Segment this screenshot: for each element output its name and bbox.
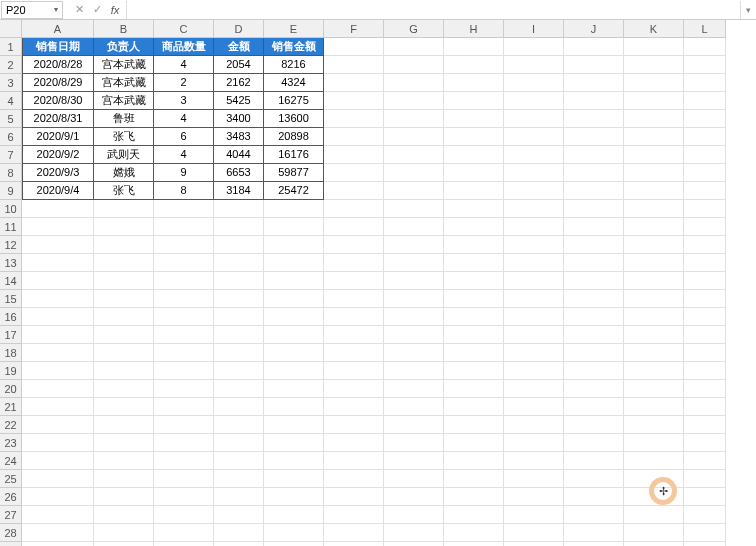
- cell[interactable]: [324, 74, 384, 92]
- cell[interactable]: [504, 128, 564, 146]
- cell[interactable]: 4044: [214, 146, 264, 164]
- cell[interactable]: [264, 524, 324, 542]
- cell[interactable]: 4324: [264, 74, 324, 92]
- cell[interactable]: [94, 308, 154, 326]
- cell[interactable]: [384, 146, 444, 164]
- cell[interactable]: [564, 74, 624, 92]
- cell-grid[interactable]: 销售日期负责人商品数量金额销售金额2020/8/28宫本武藏4205482162…: [22, 38, 726, 546]
- cell[interactable]: 张飞: [94, 182, 154, 200]
- row-header-4[interactable]: 4: [0, 92, 22, 110]
- cell[interactable]: [214, 326, 264, 344]
- cell[interactable]: [22, 254, 94, 272]
- cell[interactable]: [684, 272, 726, 290]
- cell[interactable]: [504, 254, 564, 272]
- row-header-10[interactable]: 10: [0, 200, 22, 218]
- cell[interactable]: [154, 218, 214, 236]
- check-icon[interactable]: ✓: [90, 3, 104, 16]
- cell[interactable]: 2020/8/28: [22, 56, 94, 74]
- row-header-9[interactable]: 9: [0, 182, 22, 200]
- cell[interactable]: [504, 92, 564, 110]
- cell[interactable]: [624, 182, 684, 200]
- cell[interactable]: [384, 470, 444, 488]
- cell[interactable]: [564, 146, 624, 164]
- cell[interactable]: [264, 200, 324, 218]
- cell[interactable]: [214, 416, 264, 434]
- cell[interactable]: 金额: [214, 38, 264, 56]
- cell[interactable]: [22, 542, 94, 546]
- cell[interactable]: [22, 524, 94, 542]
- cell[interactable]: [94, 272, 154, 290]
- cell[interactable]: 25472: [264, 182, 324, 200]
- cell[interactable]: [22, 308, 94, 326]
- cell[interactable]: [684, 38, 726, 56]
- cell[interactable]: [444, 524, 504, 542]
- cell[interactable]: [324, 164, 384, 182]
- cell[interactable]: 2020/8/31: [22, 110, 94, 128]
- cell[interactable]: [22, 488, 94, 506]
- cell[interactable]: [214, 236, 264, 254]
- cell[interactable]: [504, 398, 564, 416]
- cell[interactable]: [264, 236, 324, 254]
- row-header-22[interactable]: 22: [0, 416, 22, 434]
- cell[interactable]: [444, 272, 504, 290]
- cell[interactable]: [154, 524, 214, 542]
- cell[interactable]: [324, 38, 384, 56]
- row-header-12[interactable]: 12: [0, 236, 22, 254]
- cell[interactable]: [504, 182, 564, 200]
- cell[interactable]: [504, 434, 564, 452]
- cell[interactable]: [384, 200, 444, 218]
- cell[interactable]: 6: [154, 128, 214, 146]
- cell[interactable]: [564, 200, 624, 218]
- cell[interactable]: [504, 56, 564, 74]
- cell[interactable]: [504, 200, 564, 218]
- cell[interactable]: 2020/8/29: [22, 74, 94, 92]
- cell[interactable]: [384, 56, 444, 74]
- cell[interactable]: [384, 488, 444, 506]
- cell[interactable]: [264, 272, 324, 290]
- cell[interactable]: 3483: [214, 128, 264, 146]
- cell[interactable]: [324, 398, 384, 416]
- cell[interactable]: [384, 290, 444, 308]
- cell[interactable]: [384, 74, 444, 92]
- cell[interactable]: [444, 344, 504, 362]
- cell[interactable]: [564, 488, 624, 506]
- cell[interactable]: [444, 38, 504, 56]
- cell[interactable]: [684, 146, 726, 164]
- cell[interactable]: [264, 344, 324, 362]
- cell[interactable]: 2020/8/30: [22, 92, 94, 110]
- cell[interactable]: [94, 470, 154, 488]
- cell[interactable]: [94, 434, 154, 452]
- cell[interactable]: [504, 74, 564, 92]
- cell[interactable]: [264, 506, 324, 524]
- cell[interactable]: [624, 236, 684, 254]
- col-header-J[interactable]: J: [564, 20, 624, 38]
- cell[interactable]: [684, 74, 726, 92]
- row-header-28[interactable]: 28: [0, 524, 22, 542]
- cell[interactable]: [504, 146, 564, 164]
- cell[interactable]: [154, 416, 214, 434]
- cell[interactable]: [444, 362, 504, 380]
- cell[interactable]: [154, 200, 214, 218]
- cell[interactable]: [564, 236, 624, 254]
- col-header-D[interactable]: D: [214, 20, 264, 38]
- cell[interactable]: 9: [154, 164, 214, 182]
- cell[interactable]: [384, 110, 444, 128]
- cell[interactable]: [324, 362, 384, 380]
- row-header-18[interactable]: 18: [0, 344, 22, 362]
- cell[interactable]: [94, 290, 154, 308]
- cell[interactable]: 8216: [264, 56, 324, 74]
- cell[interactable]: [684, 524, 726, 542]
- cell[interactable]: [504, 380, 564, 398]
- cell[interactable]: [94, 326, 154, 344]
- cell[interactable]: [624, 56, 684, 74]
- cancel-icon[interactable]: ✕: [72, 3, 86, 16]
- cell[interactable]: [214, 470, 264, 488]
- cell[interactable]: [94, 200, 154, 218]
- cell[interactable]: [94, 218, 154, 236]
- cell[interactable]: [624, 362, 684, 380]
- cell[interactable]: [264, 254, 324, 272]
- cell[interactable]: [684, 164, 726, 182]
- cell[interactable]: [324, 326, 384, 344]
- cell[interactable]: [154, 272, 214, 290]
- cell[interactable]: [22, 290, 94, 308]
